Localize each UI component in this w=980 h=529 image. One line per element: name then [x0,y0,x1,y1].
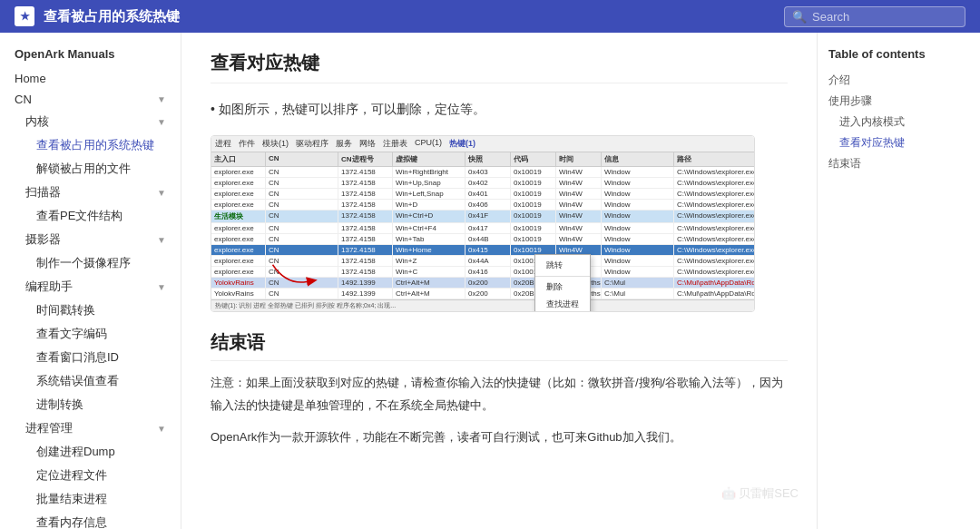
section1-bullet: 如图所示，热键可以排序，可以删除，定位等。 [211,98,788,121]
header: ★ 查看被占用的系统热键 🔍 [0,0,980,33]
sidebar-item-convert[interactable]: 进制转换 [0,393,181,416]
sidebar-item-home[interactable]: Home [0,68,181,89]
chevron-down-icon: ▼ [157,235,166,245]
context-menu-item-jump[interactable]: 跳转 [535,257,590,274]
sidebar-item-dump[interactable]: 创建进程Dump [0,440,181,464]
section1-title: 查看对应热键 [211,51,788,83]
search-icon: 🔍 [792,10,807,24]
sidebar-item-err-code[interactable]: 系统错误值查看 [0,369,181,393]
toc-item-end[interactable]: 结束语 [828,153,969,174]
toc-title: Table of contents [828,47,969,61]
sidebar-item-pe[interactable]: 查看PE文件结构 [0,204,181,228]
sidebar-item-locate-file[interactable]: 定位进程文件 [0,464,181,487]
sidebar-item-mem-info[interactable]: 查看内存信息 [0,511,181,529]
section2-para2: OpenArk作为一款开源软件，功能在不断完善，读者可自行测试，也可来Githu… [211,426,788,449]
sidebar-item-process[interactable]: 进程管理 ▼ [0,416,181,440]
chevron-down-icon: ▼ [157,282,166,292]
section2-title: 结束语 [211,330,788,361]
sidebar-item-unlock[interactable]: 解锁被占用的文件 [0,157,181,181]
toc-item-usage[interactable]: 使用步骤 [828,91,969,112]
table-row: explorer.exe CN 1372.4158 Win+Tab 0x44B … [211,234,754,245]
table-row: explorer.exe CN 1372.4158 Win+Ctrl+F4 0x… [211,223,754,234]
context-menu-item-delete[interactable]: 删除 [535,279,590,296]
sidebar-item-kill-all[interactable]: 批量结束进程 [0,487,181,511]
chevron-down-icon: ▼ [157,424,166,434]
sidebar-item-scanner[interactable]: 扫描器 ▼ [0,181,181,204]
toc: Table of contents 介绍 使用步骤 进入内核模式 查看对应热键 … [817,33,980,529]
chevron-down-icon: ▼ [157,94,166,104]
table-row: explorer.exe CN 1372.4158 Win+Home 0x415… [211,245,754,256]
sim-toolbar: 进程 作件 模块(1) 驱动程序 服务 网络 注册表 CPU(1) 热键(1) [211,136,754,152]
table-row: explorer.exe CN 1372.4158 Win+Left,Snap … [211,189,754,200]
sidebar: OpenArk Manuals Home CN ▼ 内核 ▼ 查看被占用的系统热… [0,33,181,529]
table-row: explorer.exe CN 1372.4158 Win+Up,Snap 0x… [211,178,754,189]
search-input[interactable] [812,10,957,24]
sidebar-item-time-convert[interactable]: 时间戳转换 [0,299,181,322]
context-menu: 跳转 删除 查找进程 结束进程 [534,254,591,311]
site-title: 查看被占用的系统热键 [44,8,784,25]
logo-icon: ★ [15,6,34,26]
sidebar-item-window-msg[interactable]: 查看窗口消息ID [0,346,181,369]
toc-item-view-hotkey[interactable]: 查看对应热键 [828,132,969,153]
sidebar-item-cn[interactable]: CN ▼ [0,89,181,110]
sidebar-item-kernel[interactable]: 内核 ▼ [0,110,181,133]
sidebar-item-editor[interactable]: 编程助手 ▼ [0,275,181,299]
sim-table-header: 主入口 CN CN进程号 虚拟键 快照 代码 时间 信息 路径 [211,152,754,167]
chevron-down-icon: ▼ [157,117,166,127]
sidebar-brand: OpenArk Manuals [0,44,181,68]
red-arrow-icon [266,257,320,293]
toc-item-intro[interactable]: 介绍 [828,70,969,91]
main-content: 查看对应热键 如图所示，热键可以排序，可以删除，定位等。 进程 作件 模块(1)… [181,33,817,529]
sim-status-bar: 热键(1): 识别 进程 全部热键 已排列 排列按 程序名称;0x4; 出现..… [211,299,754,311]
chevron-down-icon: ▼ [157,188,166,198]
screenshot-container: 进程 作件 模块(1) 驱动程序 服务 网络 注册表 CPU(1) 热键(1) … [211,135,755,312]
section2-para1: 注意：如果上面没获取到对应的热键，请检查你输入法的快捷键（比如：微软拼音/搜狗/… [211,372,788,416]
layout: OpenArk Manuals Home CN ▼ 内核 ▼ 查看被占用的系统热… [0,33,980,529]
toc-item-kernel-mode[interactable]: 进入内核模式 [828,112,969,132]
table-row: explorer.exe CN 1372.4158 Win+RightBrigh… [211,167,754,178]
sidebar-item-grabber[interactable]: 摄影器 ▼ [0,228,181,251]
sidebar-item-text-encode[interactable]: 查看文字编码 [0,322,181,346]
table-row: 生活模块 CN 1372.4158 Win+Ctrl+D 0x41F 0x100… [211,211,754,223]
sidebar-item-make-grabber[interactable]: 制作一个摄像程序 [0,251,181,275]
sidebar-item-hotkey[interactable]: 查看被占用的系统热键 [0,133,181,157]
table-row: explorer.exe CN 1372.4158 Win+D 0x406 0x… [211,200,754,211]
context-menu-item-find-process[interactable]: 查找进程 [535,296,590,311]
search-box[interactable]: 🔍 [784,6,965,27]
